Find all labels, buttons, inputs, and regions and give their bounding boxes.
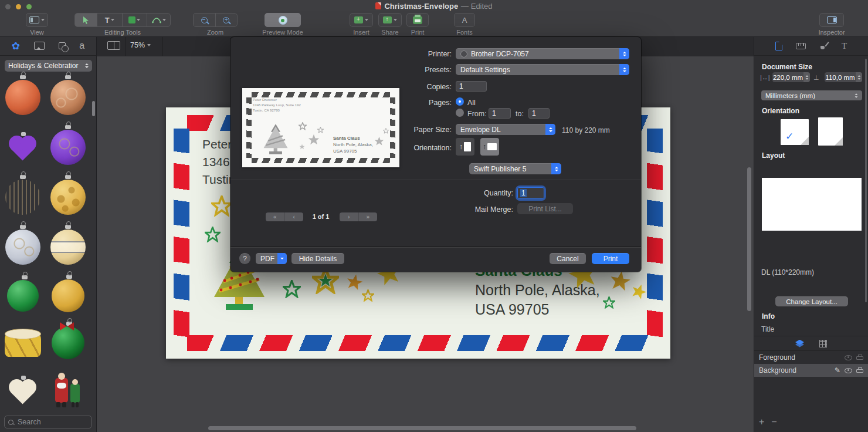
visibility-icon[interactable] — [845, 355, 852, 360]
portrait-page-icon — [464, 142, 471, 151]
text-tool-button[interactable]: T — [97, 14, 123, 26]
select-tool-button[interactable] — [75, 14, 97, 26]
remove-layer-button[interactable]: − — [771, 417, 777, 427]
visibility-icon[interactable] — [845, 368, 852, 373]
hide-details-button[interactable]: Hide Details — [291, 253, 344, 264]
portrait-orientation-option[interactable] — [818, 117, 843, 146]
width-stepper[interactable] — [803, 72, 810, 82]
copies-input[interactable] — [456, 81, 487, 92]
orientation-portrait-button[interactable]: ↑ — [456, 138, 474, 156]
height-field[interactable]: 110,0 mm — [825, 72, 856, 82]
preview-recipient-text: Santa Claus North Pole, Alaska, USA 9970… — [333, 135, 373, 154]
edit-pencil-icon[interactable]: ✎ — [835, 367, 840, 374]
clipart-item-green-bow-ornament[interactable] — [47, 322, 89, 364]
layer-row-background[interactable]: Background ✎ — [754, 364, 868, 377]
pdf-menu-button[interactable]: PDF — [256, 253, 287, 264]
clipart-item-toy-drum[interactable] — [2, 322, 44, 364]
pages-from-input[interactable] — [489, 108, 511, 119]
orientation-landscape-button[interactable]: ↑ — [480, 138, 499, 156]
printer-select[interactable]: Brother DCP-7057 — [456, 48, 629, 59]
help-button[interactable]: ? — [239, 253, 250, 264]
grid-tab-icon[interactable] — [819, 340, 827, 347]
window-edited-status: — Edited — [461, 2, 492, 11]
first-page-button[interactable]: « — [266, 212, 285, 221]
landscape-orientation-option[interactable]: ✓ — [781, 119, 809, 145]
clipart-item-gold-dimpled-ornament[interactable] — [47, 176, 89, 218]
clipart-item-white-heart-ornament[interactable] — [2, 370, 44, 412]
appearance-tab-icon[interactable] — [820, 42, 828, 50]
layer-row-foreground[interactable]: Foreground — [754, 351, 868, 364]
orientation-label: Orientation: — [393, 144, 452, 152]
pages-range-radio[interactable] — [456, 109, 464, 117]
chevron-down-icon — [41, 19, 45, 21]
inspector-scrollbar[interactable] — [865, 59, 867, 302]
page-spread-icon[interactable] — [107, 41, 120, 50]
clipart-item-purple-ornament[interactable] — [47, 126, 89, 168]
pagination-back-buttons[interactable]: « ‹ — [266, 212, 303, 221]
pdf-label: PDF — [260, 255, 274, 263]
change-layout-button[interactable]: Change Layout... — [775, 296, 848, 306]
up-arrow-icon: ↑ — [459, 143, 463, 151]
print-toolbar-button[interactable] — [406, 13, 429, 27]
view-button[interactable] — [26, 13, 48, 27]
clipart-tab-icon[interactable]: ✿ — [12, 41, 20, 51]
share-button[interactable] — [378, 13, 402, 27]
shapes-tab-icon[interactable] — [59, 42, 66, 49]
insert-button[interactable] — [350, 13, 373, 27]
pages-all-label: All — [467, 99, 476, 107]
text-tab-icon[interactable]: T — [842, 42, 847, 50]
checkmark-icon: ✓ — [785, 130, 794, 143]
clipart-item-gold-ornament[interactable] — [47, 275, 89, 317]
zoom-level-dropdown[interactable]: 75% — [130, 41, 151, 49]
clipart-item-santa-and-elf[interactable] — [47, 370, 89, 412]
clipart-item-copper-swirl-ornament[interactable] — [47, 76, 89, 119]
width-field[interactable]: 220,0 mm — [772, 72, 803, 82]
clipart-item-purple-heart-ornament[interactable] — [2, 126, 44, 168]
preview-mode-button[interactable] — [265, 13, 301, 27]
app-options-select[interactable]: Swift Publisher 5 — [469, 163, 561, 174]
clipart-item-orange-ornament[interactable] — [2, 76, 44, 119]
print-button[interactable]: Print — [592, 253, 629, 264]
pages-all-radio[interactable] — [456, 97, 464, 106]
shape-tool-button[interactable] — [123, 14, 148, 26]
geometry-tab-icon[interactable] — [796, 43, 806, 49]
info-title-row[interactable]: Title — [761, 325, 774, 333]
cancel-button[interactable]: Cancel — [550, 253, 586, 264]
sidebar-scrollbar[interactable] — [92, 101, 95, 116]
height-stepper[interactable] — [856, 72, 862, 82]
search-field[interactable] — [4, 416, 92, 428]
clipart-item-silver-lace-ornament[interactable] — [2, 226, 44, 268]
horizontal-scrollbar[interactable] — [208, 426, 636, 430]
text-art-tab-icon[interactable]: a — [79, 41, 84, 50]
print-list-button[interactable]: Print List... — [517, 203, 573, 214]
quantity-field[interactable]: 1 — [517, 187, 544, 199]
layers-tab-icon[interactable] — [795, 340, 804, 347]
printable-icon[interactable] — [856, 367, 863, 373]
printable-icon[interactable] — [856, 355, 863, 360]
app-options-value: Swift Publisher 5 — [474, 165, 526, 173]
pagination-forward-buttons[interactable]: › » — [340, 212, 377, 221]
collection-select[interactable]: Holidays & Celebratior — [5, 60, 92, 72]
clipart-item-cream-band-ornament[interactable] — [47, 226, 89, 268]
document-tab-icon[interactable] — [775, 42, 782, 50]
presets-select[interactable]: Default Settings — [456, 64, 629, 75]
printer-icon — [413, 16, 422, 24]
pages-to-input[interactable] — [528, 108, 550, 119]
fonts-button[interactable]: A — [454, 13, 475, 27]
vertical-scrollbar[interactable] — [747, 167, 751, 311]
search-input[interactable] — [16, 417, 83, 427]
last-page-button[interactable]: » — [359, 212, 378, 221]
path-tool-button[interactable] — [147, 14, 170, 26]
inspector-button[interactable] — [819, 13, 844, 27]
next-page-button[interactable]: › — [340, 212, 359, 221]
clipart-item-ivory-striped-ornament[interactable] — [2, 176, 44, 218]
divider — [162, 36, 163, 56]
paper-size-select[interactable]: Envelope DL — [456, 124, 555, 135]
zoom-in-button[interactable] — [216, 14, 238, 26]
clipart-item-green-ornament[interactable] — [2, 275, 44, 317]
add-layer-button[interactable]: + — [759, 417, 764, 427]
images-tab-icon[interactable] — [34, 42, 45, 50]
zoom-out-button[interactable] — [194, 14, 216, 26]
units-select[interactable]: Millimeters (mm) — [761, 90, 862, 100]
prev-page-button[interactable]: ‹ — [285, 212, 304, 221]
